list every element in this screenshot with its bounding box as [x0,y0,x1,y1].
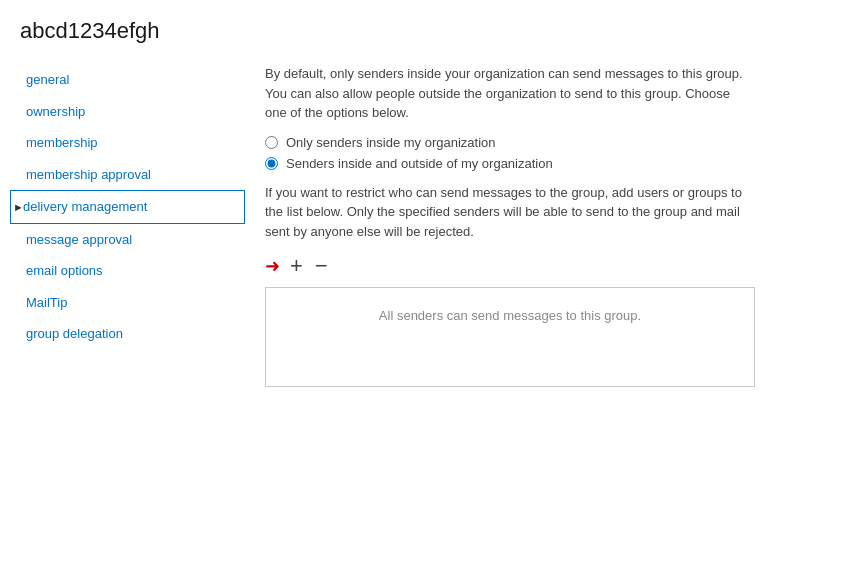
sidebar-item-membership[interactable]: membership [10,127,245,159]
senders-list-box: All senders can send messages to this gr… [265,287,755,387]
restrict-text: If you want to restrict who can send mes… [265,183,755,242]
sidebar-item-label: ownership [26,102,85,122]
sidebar-item-label: membership [26,133,98,153]
radio-option-inside-only[interactable]: Only senders inside my organization [265,135,838,150]
sidebar-item-label: message approval [26,230,132,250]
sidebar-item-mailtip[interactable]: MailTip [10,287,245,319]
description-text: By default, only senders inside your org… [265,64,755,123]
sidebar-item-label: delivery management [23,197,147,217]
sidebar-item-label: email options [26,261,103,281]
remove-sender-button[interactable]: − [311,255,332,277]
sender-options-group: Only senders inside my organization Send… [265,135,838,171]
content-area: By default, only senders inside your org… [245,60,868,407]
page-title: abcd1234efgh [0,0,868,60]
radio-inside-only-label: Only senders inside my organization [286,135,496,150]
sidebar-item-label: MailTip [26,293,67,313]
sidebar-item-label: general [26,70,69,90]
active-arrow-icon: ► [13,199,24,216]
sidebar-item-membership-approval[interactable]: membership approval [10,159,245,191]
sidebar-item-ownership[interactable]: ownership [10,96,245,128]
sidebar-item-label: group delegation [26,324,123,344]
sidebar-item-group-delegation[interactable]: group delegation [10,318,245,350]
senders-toolbar: ➜ + − [265,255,838,277]
sidebar-item-delivery-management[interactable]: ► delivery management [10,190,245,224]
radio-inside-outside-label: Senders inside and outside of my organiz… [286,156,553,171]
sidebar-item-general[interactable]: general [10,64,245,96]
sidebar-item-message-approval[interactable]: message approval [10,224,245,256]
sidebar-item-email-options[interactable]: email options [10,255,245,287]
sidebar-item-label: membership approval [26,165,151,185]
radio-option-inside-outside[interactable]: Senders inside and outside of my organiz… [265,156,838,171]
toolbar-arrow-indicator: ➜ [265,255,280,277]
add-sender-button[interactable]: + [286,255,307,277]
senders-box-empty-text: All senders can send messages to this gr… [379,308,641,323]
sidebar: general ownership membership membership … [10,60,245,407]
radio-inside-outside[interactable] [265,157,278,170]
radio-inside-only[interactable] [265,136,278,149]
